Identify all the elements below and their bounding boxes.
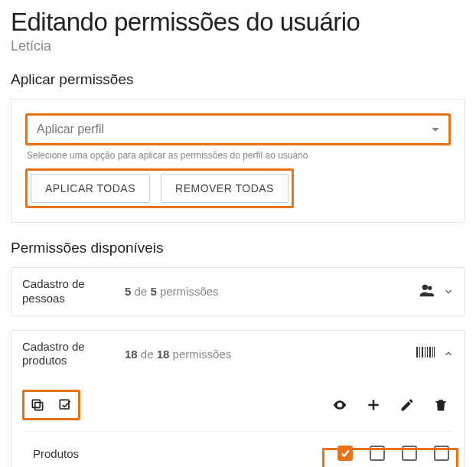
perm-group-count: 5 de 5 permissões bbox=[125, 285, 408, 298]
chevron-up-icon bbox=[443, 348, 454, 359]
bulk-tools-highlight bbox=[22, 390, 80, 420]
perm-group-name: Cadastro de pessoas bbox=[22, 277, 114, 306]
apply-all-button[interactable]: APLICAR TODAS bbox=[31, 174, 150, 203]
perm-checkbox-edit[interactable] bbox=[402, 446, 417, 461]
apply-profile-select[interactable]: Aplicar perfil bbox=[25, 113, 451, 145]
perm-row-label: Produtos bbox=[22, 447, 337, 460]
people-icon bbox=[419, 282, 435, 302]
edit-icon[interactable] bbox=[399, 397, 416, 413]
chevron-down-icon bbox=[432, 128, 439, 132]
remove-all-button[interactable]: REMOVER TODAS bbox=[161, 174, 289, 203]
available-section-label: Permissões disponíveis bbox=[11, 240, 465, 256]
svg-point-13 bbox=[338, 403, 341, 406]
svg-rect-4 bbox=[422, 347, 423, 358]
view-icon[interactable] bbox=[331, 397, 348, 413]
svg-rect-10 bbox=[35, 403, 43, 410]
copy-icon[interactable] bbox=[29, 397, 46, 413]
svg-rect-6 bbox=[427, 347, 428, 358]
svg-rect-9 bbox=[434, 347, 435, 358]
svg-rect-2 bbox=[416, 347, 418, 358]
select-all-icon[interactable] bbox=[57, 397, 73, 413]
perm-group-name: Cadastro de produtos bbox=[22, 340, 114, 369]
barcode-icon bbox=[416, 347, 435, 361]
perm-row: Produtos bbox=[22, 432, 454, 467]
svg-rect-7 bbox=[429, 347, 431, 358]
add-icon[interactable] bbox=[365, 397, 382, 413]
apply-section-label: Aplicar permissões bbox=[11, 71, 465, 88]
chevron-down-icon bbox=[443, 286, 454, 297]
perm-group-count: 18 de 18 permissões bbox=[125, 348, 405, 361]
apply-profile-helper: Selecione uma opção para aplicar as perm… bbox=[27, 150, 449, 161]
svg-rect-8 bbox=[432, 347, 433, 358]
perm-checkbox-delete[interactable] bbox=[434, 446, 449, 461]
perm-group-produtos: Cadastro de produtos 18 de 18 permissões bbox=[11, 330, 465, 468]
svg-rect-5 bbox=[425, 347, 425, 358]
svg-point-1 bbox=[428, 286, 432, 290]
perm-group-header[interactable]: Cadastro de produtos 18 de 18 permissões bbox=[11, 331, 465, 378]
svg-rect-11 bbox=[32, 400, 40, 407]
perm-group-pessoas: Cadastro de pessoas 5 de 5 permissões bbox=[11, 267, 465, 316]
perm-checkbox-add[interactable] bbox=[370, 446, 385, 461]
page-title: Editando permissões do usuário bbox=[11, 0, 465, 37]
user-name: Letícia bbox=[11, 38, 465, 54]
perm-checkbox-view[interactable] bbox=[337, 446, 353, 461]
svg-point-0 bbox=[422, 284, 428, 289]
perm-group-header[interactable]: Cadastro de pessoas 5 de 5 permissões bbox=[11, 268, 465, 315]
perm-table: Produtos Kits bbox=[22, 432, 454, 467]
delete-icon[interactable] bbox=[432, 397, 449, 413]
svg-rect-3 bbox=[419, 347, 420, 358]
apply-profile-placeholder: Aplicar perfil bbox=[37, 122, 104, 136]
apply-card: Aplicar perfil Selecione uma opção para … bbox=[11, 99, 465, 223]
apply-buttons-highlight: APLICAR TODAS REMOVER TODAS bbox=[25, 168, 294, 208]
